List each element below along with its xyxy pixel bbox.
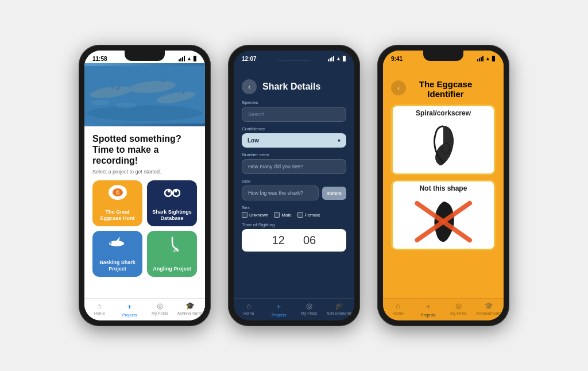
- signal-icon-1: [179, 56, 185, 61]
- time-picker[interactable]: 12 06: [242, 229, 346, 252]
- achievements-icon-1: 🎓: [185, 302, 195, 310]
- status-icons-1: ▲ ▊: [179, 56, 197, 61]
- nav-projects-label-3: Projects: [421, 313, 435, 317]
- projects-icon-1: ＋: [126, 302, 133, 312]
- shark-sightings-label: Shark Sightings Database: [149, 209, 195, 222]
- back-arrow-3: ‹: [397, 84, 400, 91]
- svg-rect-17: [175, 189, 177, 192]
- battery-icon-2: ▊: [343, 56, 346, 61]
- phone-2-screen: 12:07 ▲ ▊ ‹ Shark Details: [234, 51, 354, 320]
- phone-2-title: Shark Details: [262, 82, 320, 92]
- nav-projects-3[interactable]: ＋ Projects: [413, 302, 444, 317]
- nav-projects-2[interactable]: ＋ Projects: [264, 302, 295, 317]
- myfinds-icon-2: ◎: [306, 302, 312, 310]
- phone-1-title: Spotted something? Time to make a record…: [92, 133, 197, 167]
- project-tile-eggcase[interactable]: 🥚 The Great Eggcase Hunt: [92, 180, 142, 226]
- signal-icon-3: [477, 56, 483, 61]
- nav-achievements-label-3: Achievements: [476, 311, 501, 315]
- wifi-icon-1: ▲: [187, 56, 192, 61]
- confidence-label: Confidence: [242, 126, 346, 132]
- svg-point-21: [110, 242, 111, 244]
- wifi-icon-3: ▲: [485, 56, 490, 61]
- svg-point-9: [91, 100, 110, 105]
- eggcase-reject-image: [393, 194, 494, 249]
- nav-achievements-3[interactable]: 🎓 Achievements: [474, 302, 504, 317]
- hero-image-1: [84, 63, 205, 126]
- sex-female-option[interactable]: Female: [297, 212, 320, 218]
- nav-myfinds-3[interactable]: ◎ My Finds: [443, 302, 474, 317]
- bottom-nav-3: ⌂ Home ＋ Projects ◎ My Finds 🎓 Achieveme…: [383, 298, 504, 320]
- projects-grid: 🥚 The Great Eggcase Hunt: [92, 180, 197, 277]
- projects-icon-3: ＋: [424, 302, 432, 312]
- eggcase-label: The Great Eggcase Hunt: [95, 209, 140, 222]
- binoculars-svg: [164, 186, 180, 198]
- projects-icon-2: ＋: [275, 302, 283, 312]
- unit-button[interactable]: meters: [322, 187, 346, 200]
- nav-myfinds-2[interactable]: ◎ My Finds: [294, 302, 324, 317]
- eggcase-card-match[interactable]: Spiral/corkscrew: [391, 105, 496, 175]
- nav-myfinds-1[interactable]: ◎ My Finds: [145, 302, 175, 317]
- nav-home-label-2: Home: [243, 311, 254, 315]
- bottom-nav-1: ⌂ Home ＋ Projects ◎ My Finds 🎓 Achieveme…: [84, 298, 205, 320]
- unit-label: meters: [327, 191, 342, 196]
- svg-marker-19: [117, 237, 120, 241]
- achievements-icon-2: 🎓: [335, 302, 344, 310]
- phone-3-title: The Eggcase Identifier: [411, 79, 496, 99]
- shark-icon-svg: [109, 237, 127, 247]
- eggcase-reject-label: Not this shape: [420, 181, 467, 194]
- basking-shark-label: Basking Shark Project: [95, 260, 140, 272]
- size-field-group: Size How big was the shark? meters: [242, 179, 346, 200]
- project-tile-angling[interactable]: Angling Project: [147, 231, 197, 277]
- time-field-group: Time of Sighting 12 06: [242, 222, 346, 252]
- nav-home-3[interactable]: ⌂ Home: [383, 302, 413, 317]
- species-label: Species: [242, 100, 346, 105]
- nav-achievements-2[interactable]: 🎓 Achievements: [324, 302, 355, 317]
- bottom-nav-2: ⌂ Home ＋ Projects ◎ My Finds 🎓 Achieveme…: [234, 298, 354, 320]
- nav-home-1[interactable]: ⌂ Home: [84, 302, 115, 317]
- back-button-2[interactable]: ‹: [242, 79, 257, 94]
- sex-female-checkbox[interactable]: [297, 212, 303, 218]
- sex-unknown-label: Unknown: [249, 212, 268, 218]
- sex-unknown-checkbox[interactable]: [242, 212, 247, 218]
- nav-home-label-3: Home: [393, 311, 404, 315]
- phone-3-header: ‹ The Eggcase Identifier: [383, 63, 504, 102]
- eggcase-reject-svg: [428, 199, 459, 245]
- eggcase-card-reject[interactable]: Not this shape: [391, 180, 496, 250]
- project-tile-basking-shark[interactable]: Basking Shark Project: [92, 231, 142, 277]
- back-arrow-2: ‹: [248, 83, 250, 90]
- sex-unknown-option[interactable]: Unknown: [242, 212, 268, 218]
- nav-home-label-1: Home: [94, 311, 105, 315]
- phone-1-subtitle: Select a project to get started.: [92, 169, 197, 175]
- number-seen-placeholder: How many did you see?: [248, 164, 303, 169]
- sex-male-checkbox[interactable]: [274, 212, 280, 218]
- nav-projects-label-1: Projects: [122, 313, 137, 317]
- nav-projects-1[interactable]: ＋ Projects: [115, 302, 145, 317]
- confidence-field-group: Confidence Low ▾: [242, 126, 346, 148]
- confidence-select[interactable]: Low ▾: [242, 133, 346, 148]
- eggcase-match-image: [393, 119, 494, 173]
- svg-point-1: [87, 105, 203, 121]
- signal-icon-2: [328, 56, 334, 61]
- nav-myfinds-label-3: My Finds: [450, 311, 466, 315]
- shark-icon-tile: [109, 237, 127, 250]
- eggcase-spiral-svg: [428, 123, 459, 169]
- myfinds-icon-3: ◎: [455, 302, 462, 310]
- nav-home-2[interactable]: ⌂ Home: [234, 302, 264, 317]
- nav-achievements-label-2: Achievements: [327, 311, 352, 315]
- sex-label: Sex: [242, 205, 346, 210]
- size-input[interactable]: How big was the shark?: [242, 186, 319, 200]
- nav-achievements-1[interactable]: 🎓 Achievements: [175, 302, 206, 317]
- number-seen-input[interactable]: How many did you see?: [242, 159, 346, 174]
- home-icon-3: ⌂: [396, 302, 400, 310]
- size-label: Size: [242, 179, 346, 184]
- sex-field-group: Sex Unknown Male Female: [242, 205, 346, 218]
- back-button-3[interactable]: ‹: [391, 80, 406, 95]
- sex-male-option[interactable]: Male: [274, 212, 291, 218]
- species-input[interactable]: Search: [242, 107, 346, 122]
- svg-text:🥚: 🥚: [115, 190, 121, 195]
- phone-2: 12:07 ▲ ▊ ‹ Shark Details: [228, 45, 360, 326]
- phone-3-body: Spiral/corkscrew Not this shape: [383, 102, 504, 298]
- project-tile-shark-sightings[interactable]: Shark Sightings Database: [147, 180, 197, 226]
- number-seen-label: Number seen: [242, 152, 346, 157]
- eggcase-match-label: Spiral/corkscrew: [416, 106, 471, 119]
